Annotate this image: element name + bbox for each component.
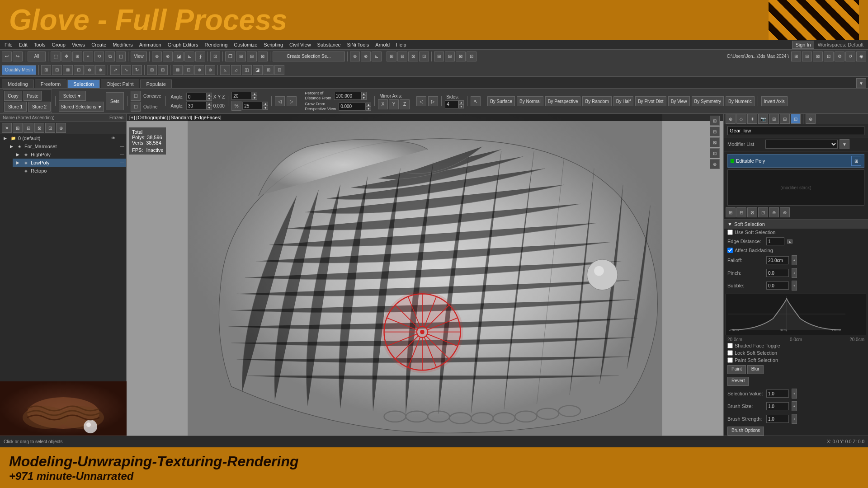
- angle1-up[interactable]: ▲: [207, 93, 212, 97]
- modifier-list-arrow[interactable]: ▼: [840, 139, 849, 149]
- soft-sel-header[interactable]: ▼ Soft Selection: [724, 220, 868, 229]
- tab-populate[interactable]: Populate: [140, 80, 171, 88]
- falloff-up[interactable]: +: [792, 255, 797, 265]
- tb-icon-33[interactable]: ⚙: [835, 52, 844, 61]
- t2-icon-3[interactable]: ⊠: [63, 65, 73, 75]
- val2-up[interactable]: ▲: [263, 102, 268, 106]
- tab-object-paint[interactable]: Object Paint: [101, 80, 140, 88]
- val2-input[interactable]: [242, 102, 263, 110]
- t2-icon-6[interactable]: ⊕: [95, 65, 105, 75]
- tb-icon-35[interactable]: ◉: [856, 52, 866, 61]
- tb-icon-6[interactable]: ⧉: [105, 52, 115, 61]
- sides-input[interactable]: [445, 100, 458, 108]
- tb-icon-13[interactable]: ⊡: [210, 52, 220, 61]
- rp-shape-icon[interactable]: ◇: [736, 114, 746, 124]
- grow-up[interactable]: ▲: [366, 103, 371, 107]
- pct-down[interactable]: ▼: [361, 96, 367, 100]
- tb-icon-14[interactable]: ❒: [225, 52, 235, 61]
- stack-btn-2[interactable]: ⊟: [736, 207, 746, 217]
- sides-up[interactable]: ▲: [458, 100, 464, 104]
- tb-icon-26[interactable]: ⊟: [445, 52, 455, 61]
- angle2-up[interactable]: ▲: [207, 102, 212, 106]
- tb-icon-3[interactable]: ⊞: [72, 52, 82, 61]
- scene-icon-3[interactable]: ⊠: [34, 123, 44, 133]
- val1-spinbox[interactable]: ▲▼: [231, 92, 268, 100]
- tb-icon-23[interactable]: ⊠: [408, 52, 418, 61]
- angle1-input[interactable]: [186, 93, 207, 101]
- menu-help[interactable]: Help: [393, 41, 409, 48]
- tb-icon-11[interactable]: ⊾: [184, 52, 194, 61]
- scene-icon-5[interactable]: ⊕: [56, 123, 66, 133]
- tb-icon-32[interactable]: ⊡: [824, 52, 834, 61]
- menu-views[interactable]: Views: [69, 41, 88, 48]
- grow-input[interactable]: [339, 103, 366, 111]
- scene-item-lowpoly[interactable]: ▶ ◈ LowPoly —: [13, 159, 126, 167]
- store1-btn[interactable]: Store 1: [4, 102, 27, 112]
- scene-item-highpoly[interactable]: ▶ ◈ HighPoly —: [13, 150, 126, 159]
- scene-icon-1[interactable]: ⊞: [13, 123, 23, 133]
- object-name-input[interactable]: [727, 126, 864, 135]
- outline-checkbox[interactable]: ☐: [131, 102, 141, 112]
- mirror-x-btn[interactable]: X: [378, 99, 388, 109]
- shaded-face-checkbox[interactable]: [727, 343, 733, 348]
- tab-freeform[interactable]: Freeform: [35, 80, 67, 88]
- tb-icon-29[interactable]: ⊞: [791, 52, 801, 61]
- brush-strength-up[interactable]: +: [792, 414, 797, 424]
- viewport-canvas[interactable]: [127, 114, 723, 436]
- tb-icon-10[interactable]: ◪: [174, 52, 184, 61]
- t2-icon-4[interactable]: ⊡: [74, 65, 84, 75]
- affect-backfacing-checkbox[interactable]: [727, 248, 733, 253]
- scene-icon-2[interactable]: ⊟: [24, 123, 33, 133]
- t2-icon-12[interactable]: ⊠: [173, 65, 183, 75]
- sign-in-btn[interactable]: Sign In: [792, 41, 814, 49]
- pct-up[interactable]: ▲: [361, 92, 367, 96]
- tb-icon-21[interactable]: ⊞: [387, 52, 396, 61]
- cursor-right-btn[interactable]: ▷: [287, 96, 297, 106]
- use-soft-sel-label[interactable]: Use Soft Selection: [735, 230, 776, 235]
- menu-graph-editors[interactable]: Graph Editors: [165, 41, 201, 48]
- tab-selection[interactable]: Selection: [67, 80, 99, 88]
- sel-value-up[interactable]: +: [792, 389, 797, 399]
- tb-icon-20[interactable]: ⊾: [372, 52, 382, 61]
- val1-up[interactable]: ▲: [252, 92, 257, 96]
- tb-icon-34[interactable]: ↺: [845, 52, 855, 61]
- menu-substance[interactable]: Substance: [315, 41, 344, 48]
- scene-item-0default[interactable]: ▶ 📁 0 (default) 👁: [0, 134, 126, 142]
- angle2-down[interactable]: ▼: [207, 106, 212, 110]
- tb-icon-7[interactable]: ◫: [116, 52, 126, 61]
- by-random-btn[interactable]: By Random: [582, 96, 611, 106]
- t2-icon-9[interactable]: ↻: [132, 65, 142, 75]
- sel-value-input[interactable]: [766, 389, 789, 398]
- menu-arnold[interactable]: Arnold: [373, 41, 392, 48]
- by-symmetry-btn[interactable]: By Symmetry: [692, 96, 724, 106]
- t2-icon-17[interactable]: ⊿: [231, 65, 241, 75]
- t2-icon-11[interactable]: ⊟: [158, 65, 168, 75]
- by-perspective-btn[interactable]: By Perspective: [545, 96, 581, 106]
- tb-icon-1[interactable]: ⬚: [51, 52, 61, 61]
- stack-btn-5[interactable]: ⊕: [769, 207, 779, 217]
- rp-helper-icon[interactable]: ⊞: [769, 114, 779, 124]
- tb-icon-12[interactable]: ∮: [195, 52, 205, 61]
- concave-checkbox[interactable]: ☐: [131, 91, 141, 101]
- scene-icon-4[interactable]: ⊡: [45, 123, 55, 133]
- menu-edit[interactable]: Edit: [16, 41, 30, 48]
- edge-dist-input[interactable]: [766, 237, 784, 245]
- angle2-spinbox[interactable]: ▲▼: [186, 102, 212, 110]
- stack-btn-6[interactable]: ⊗: [780, 207, 790, 217]
- undo-btn[interactable]: ↩: [2, 52, 12, 61]
- tb-icon-17[interactable]: ⊠: [258, 52, 268, 61]
- affect-backfacing-label[interactable]: Affect Backfacing: [735, 248, 773, 253]
- bubble-up[interactable]: +: [792, 281, 797, 291]
- tab-modeling[interactable]: Modeling: [2, 80, 34, 88]
- menu-create[interactable]: Create: [89, 41, 109, 48]
- t2-icon-15[interactable]: ⊗: [205, 65, 215, 75]
- vp-nav-btn5[interactable]: ⊕: [710, 159, 720, 169]
- invert-axis-btn[interactable]: Invert Axis: [761, 96, 788, 106]
- mirror-y-btn[interactable]: Y: [389, 99, 399, 109]
- t2-icon-8[interactable]: ⤡: [121, 65, 131, 75]
- t2-icon-16[interactable]: ⊾: [220, 65, 230, 75]
- t2-icon-21[interactable]: ⊟: [274, 65, 284, 75]
- rp-light-icon[interactable]: ☀: [747, 114, 757, 124]
- rp-display-icon[interactable]: ⊡: [791, 114, 801, 124]
- t2-icon-13[interactable]: ⊡: [184, 65, 193, 75]
